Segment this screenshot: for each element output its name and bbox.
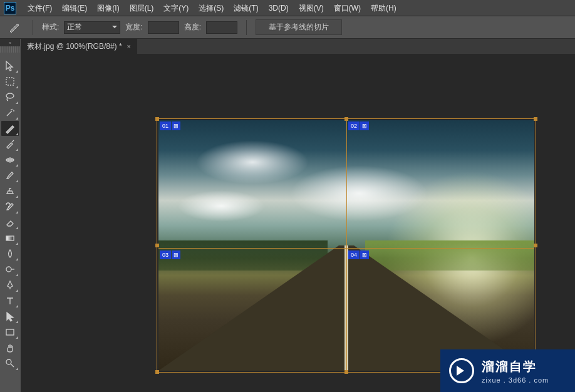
watermark-overlay: 溜溜自学 zixue . 3d66 . com: [440, 349, 575, 392]
lasso-tool[interactable]: [1, 90, 19, 105]
menu-view[interactable]: 视图(V): [294, 0, 329, 16]
resize-handle-mid-right[interactable]: [534, 244, 537, 247]
menu-file[interactable]: 文件(F): [23, 0, 57, 16]
document-tab-title: 素材.jpg @ 100%(RGB/8#) *: [27, 41, 122, 52]
menu-type[interactable]: 文字(Y): [158, 0, 194, 16]
clone-stamp-tool[interactable]: [1, 183, 19, 199]
document-area: 素材.jpg @ 100%(RGB/8#) * × 01 ⊠ 02 ⊠: [21, 39, 575, 392]
close-icon[interactable]: ×: [127, 43, 131, 50]
path-select-tool[interactable]: [1, 309, 19, 324]
menu-bar: Ps 文件(F) 编辑(E) 图像(I) 图层(L) 文字(Y) 选择(S) 滤…: [0, 0, 575, 16]
svg-rect-0: [6, 78, 14, 85]
dodge-tool[interactable]: [1, 262, 19, 277]
svg-rect-5: [6, 329, 14, 335]
separator: [246, 20, 247, 35]
zoom-tool[interactable]: [1, 356, 19, 371]
hand-tool[interactable]: [1, 340, 19, 355]
resize-handle-top-mid[interactable]: [344, 117, 348, 121]
slice-selection-bounds: [157, 118, 536, 373]
style-label: 样式:: [42, 22, 59, 33]
eyedropper-tool[interactable]: [1, 137, 19, 152]
svg-point-1: [6, 93, 14, 98]
svg-rect-3: [6, 236, 14, 240]
type-tool[interactable]: [1, 293, 19, 308]
eraser-tool[interactable]: [1, 215, 19, 230]
width-input[interactable]: [148, 21, 179, 34]
history-brush-tool[interactable]: [1, 199, 19, 214]
healing-brush-tool[interactable]: [1, 152, 19, 167]
document-tab[interactable]: 素材.jpg @ 100%(RGB/8#) * ×: [21, 39, 137, 54]
double-arrow-icon: »: [9, 40, 11, 46]
move-tool[interactable]: [1, 58, 19, 73]
menu-window[interactable]: 窗口(W): [329, 0, 366, 16]
resize-handle-bot-left[interactable]: [155, 370, 159, 374]
tool-preset-picker[interactable]: [6, 21, 24, 34]
height-label: 高度:: [184, 22, 201, 33]
marquee-tool[interactable]: [1, 74, 19, 89]
style-select[interactable]: 正常: [64, 21, 120, 34]
separator: [33, 20, 33, 35]
play-icon: [449, 358, 474, 383]
menu-image[interactable]: 图像(I): [92, 0, 124, 16]
chevron-down-icon: [112, 26, 117, 31]
svg-point-4: [6, 267, 11, 272]
style-value: 正常: [67, 22, 82, 33]
menu-layer[interactable]: 图层(L): [125, 0, 159, 16]
menu-select[interactable]: 选择(S): [194, 0, 229, 16]
ps-logo: Ps: [4, 2, 16, 14]
resize-handle-top-left[interactable]: [155, 117, 159, 121]
blur-tool[interactable]: [1, 246, 19, 261]
resize-handle-top-right[interactable]: [534, 117, 537, 121]
options-bar: 样式: 正常 宽度: 高度: 基于参考线的切片: [0, 16, 575, 39]
width-label: 宽度:: [125, 22, 142, 33]
watermark-subtitle: zixue . 3d66 . com: [482, 376, 549, 384]
brush-tool[interactable]: [1, 168, 19, 183]
rectangle-tool[interactable]: [1, 324, 19, 339]
document-tab-bar: 素材.jpg @ 100%(RGB/8#) * ×: [21, 39, 575, 54]
magic-wand-tool[interactable]: [1, 105, 19, 120]
canvas-viewport: 01 ⊠ 02 ⊠ 03 ⊠ 04 ⊠: [158, 120, 534, 371]
toolbox-grip[interactable]: [0, 46, 20, 53]
slice-from-guides-button[interactable]: 基于参考线的切片: [256, 19, 342, 35]
panel-collapse-strip[interactable]: »: [0, 39, 20, 46]
menu-edit[interactable]: 编辑(E): [57, 0, 92, 16]
menu-help[interactable]: 帮助(H): [366, 0, 401, 16]
gradient-tool[interactable]: [1, 230, 19, 245]
toolbox: [0, 46, 20, 371]
watermark-text: 溜溜自学 zixue . 3d66 . com: [482, 358, 549, 384]
menu-3d[interactable]: 3D(D): [264, 0, 294, 16]
pen-tool[interactable]: [1, 277, 19, 292]
resize-handle-mid-left[interactable]: [155, 244, 159, 247]
watermark-title: 溜溜自学: [482, 358, 549, 375]
height-input[interactable]: [206, 21, 237, 34]
svg-point-6: [6, 359, 11, 364]
resize-handle-bot-mid[interactable]: [344, 370, 348, 374]
menu-filter[interactable]: 滤镜(T): [229, 0, 263, 16]
slice-tool[interactable]: [1, 121, 19, 136]
